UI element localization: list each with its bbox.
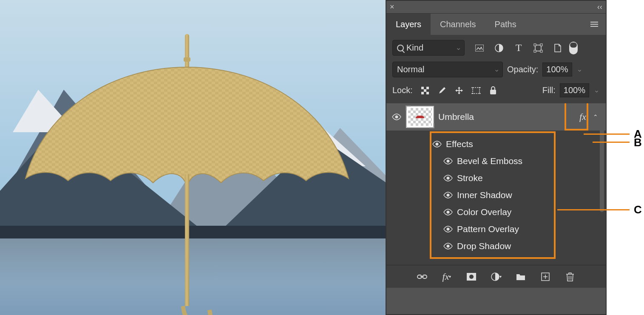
svg-rect-7 (540, 44, 542, 46)
fill-chevron-icon[interactable]: ⌵ (593, 88, 600, 94)
filter-label: Kind (406, 43, 423, 53)
svg-rect-21 (490, 90, 496, 94)
svg-point-25 (447, 177, 450, 180)
svg-point-28 (447, 228, 450, 231)
canvas-preview (0, 0, 386, 315)
visibility-toggle[interactable] (443, 224, 453, 234)
svg-point-24 (447, 160, 450, 163)
svg-rect-14 (421, 92, 424, 94)
panel-tabs: Layers Channels Paths (386, 14, 606, 35)
filter-toggle[interactable] (569, 42, 578, 54)
layer-name[interactable]: Umbrella (438, 112, 574, 122)
effect-item[interactable]: Bevel & Emboss (432, 153, 606, 170)
svg-point-34 (469, 275, 474, 279)
add-mask-icon[interactable] (466, 271, 477, 282)
filter-pixel-icon[interactable] (475, 44, 484, 52)
layers-panel: × ‹‹ Layers Channels Paths Kind ⌵ T (386, 0, 607, 315)
svg-rect-13 (424, 89, 426, 92)
effects-list: Effects Bevel & Emboss Stroke Inner Shad… (386, 131, 606, 255)
svg-rect-3 (475, 45, 484, 51)
visibility-toggle[interactable] (443, 241, 453, 251)
scrollbar[interactable] (600, 104, 604, 212)
layer-thumbnail[interactable] (407, 107, 433, 127)
lock-transparency-icon[interactable] (420, 86, 430, 95)
filter-shape-icon[interactable] (533, 44, 543, 52)
callout-label-b: B (634, 136, 642, 149)
tab-layers[interactable]: Layers (386, 14, 431, 35)
blend-mode-dropdown[interactable]: Normal ⌵ (392, 62, 503, 77)
svg-point-29 (447, 245, 450, 248)
callout-label-c: C (634, 203, 642, 216)
filter-smartobject-icon[interactable] (553, 44, 562, 52)
close-icon[interactable]: × (390, 3, 394, 11)
chevron-down-icon: ⌵ (495, 67, 498, 73)
effect-item[interactable]: Pattern Overlay (432, 221, 606, 238)
svg-rect-11 (421, 87, 424, 89)
svg-rect-16 (473, 88, 479, 94)
umbrella-art (21, 34, 353, 306)
svg-rect-8 (534, 50, 536, 52)
callout-line-b (593, 142, 630, 143)
layers-bottom-toolbar: fx▾ ▾ (386, 265, 606, 288)
opacity-chevron-icon[interactable]: ⌵ (576, 67, 583, 73)
visibility-toggle[interactable] (392, 112, 402, 122)
layer-row-umbrella[interactable]: Umbrella fx ⌃ (386, 103, 606, 131)
svg-rect-6 (534, 44, 536, 46)
fx-indicator-icon[interactable]: fx (579, 111, 586, 122)
effects-header[interactable]: Effects (432, 136, 606, 153)
svg-point-27 (447, 211, 450, 214)
opacity-label: Opacity: (507, 65, 538, 74)
delete-layer-icon[interactable] (565, 271, 576, 282)
search-icon (397, 45, 404, 51)
new-group-icon[interactable] (515, 271, 526, 282)
fill-label: Fill: (542, 85, 556, 95)
chevron-down-icon: ⌵ (457, 45, 460, 51)
filter-kind-dropdown[interactable]: Kind ⌵ (392, 40, 465, 56)
effect-item[interactable]: Color Overlay (432, 204, 606, 221)
lock-position-icon[interactable] (454, 86, 464, 95)
visibility-toggle[interactable] (443, 173, 453, 183)
lock-pixels-icon[interactable] (437, 86, 447, 95)
visibility-toggle[interactable] (443, 207, 453, 217)
layers-list: Umbrella fx ⌃ Effects Bevel & Emboss Str… (386, 103, 606, 265)
lock-all-icon[interactable] (488, 86, 498, 95)
lock-artboard-icon[interactable] (471, 86, 481, 95)
effect-item[interactable]: Inner Shadow (432, 187, 606, 204)
svg-point-26 (447, 194, 450, 197)
svg-rect-9 (540, 50, 542, 52)
svg-rect-15 (426, 92, 429, 94)
effect-item[interactable]: Drop Shadow (432, 238, 606, 255)
visibility-toggle[interactable] (443, 156, 453, 166)
effect-item[interactable]: Stroke (432, 170, 606, 187)
callout-line-a (584, 133, 630, 135)
collapse-panel-icon[interactable]: ‹‹ (597, 3, 602, 11)
visibility-toggle[interactable] (432, 139, 442, 149)
lock-label: Lock: (392, 85, 413, 95)
visibility-toggle[interactable] (443, 190, 453, 200)
svg-rect-12 (426, 87, 429, 89)
tab-channels[interactable]: Channels (431, 14, 485, 35)
svg-point-22 (395, 116, 398, 119)
add-style-icon[interactable]: fx▾ (441, 271, 452, 282)
callout-line-c (557, 209, 630, 210)
filter-type-icon[interactable]: T (514, 44, 523, 52)
filter-adjustment-icon[interactable] (494, 44, 504, 52)
svg-point-23 (436, 143, 439, 146)
link-layers-icon[interactable] (417, 271, 428, 282)
panel-menu-icon[interactable] (583, 14, 606, 35)
fill-input[interactable]: 100% (560, 83, 589, 97)
tab-paths[interactable]: Paths (485, 14, 526, 35)
fx-expand-icon[interactable]: ⌃ (593, 114, 598, 120)
add-adjustment-icon[interactable]: ▾ (491, 271, 502, 282)
opacity-input[interactable]: 100% (542, 62, 572, 77)
new-layer-icon[interactable] (540, 271, 551, 282)
